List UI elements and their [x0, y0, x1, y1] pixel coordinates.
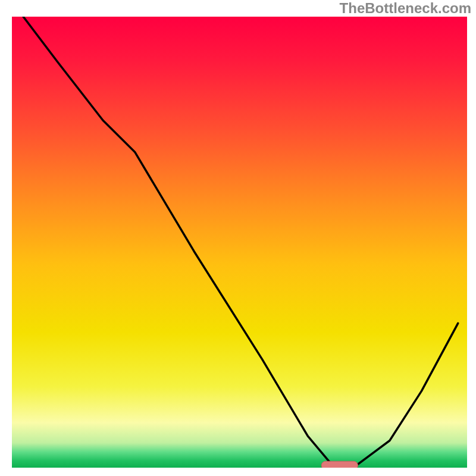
optimal-marker	[321, 461, 358, 469]
chart-stage: TheBottleneck.com	[0, 0, 476, 476]
plot-background-gradient	[12, 17, 467, 468]
plot-svg	[0, 0, 476, 476]
